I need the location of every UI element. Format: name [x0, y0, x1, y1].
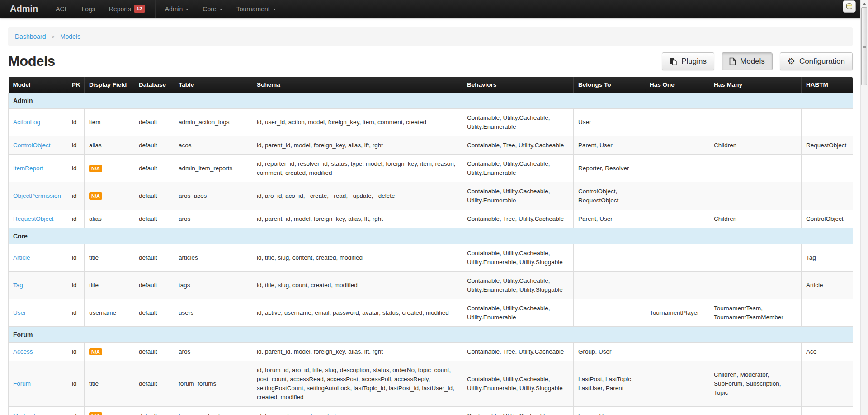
- cell-table: aros_acos: [174, 182, 252, 210]
- cell-pk: id: [67, 361, 85, 407]
- nav-item-acl[interactable]: ACL: [49, 0, 75, 18]
- scrollbar[interactable]: [860, 0, 868, 415]
- cell-belongs-to: ControlObject, RequestObject: [574, 182, 645, 210]
- cell-behaviors: Containable, Utility.Cacheable, Utility.…: [462, 361, 574, 407]
- cell-has-one: [645, 155, 709, 182]
- cell-behaviors: Containable, Utility.Cacheable, Utility.…: [462, 244, 574, 272]
- cell-habtm: Article: [802, 272, 853, 299]
- cell-display-field: N/A: [85, 407, 134, 415]
- cell-table: forum_forums: [174, 361, 252, 407]
- table-row: Articleidtitledefaultarticlesid, title, …: [9, 244, 853, 272]
- cell-has-one: [645, 109, 709, 136]
- model-link[interactable]: ObjectPermission: [13, 192, 61, 199]
- model-link[interactable]: Tag: [13, 282, 23, 289]
- table-row: AccessidN/Adefaultarosid, parent_id, mod…: [9, 343, 853, 361]
- reports-count-badge: 12: [134, 5, 145, 13]
- cell-model: Tag: [9, 272, 67, 299]
- nav-dropdown-core[interactable]: Core: [196, 0, 229, 18]
- cell-has-many: Children: [709, 136, 802, 155]
- cell-has-one: [645, 210, 709, 228]
- breadcrumb-link-dashboard[interactable]: Dashboard: [15, 33, 46, 40]
- scrollbar-grip-icon: [863, 45, 866, 48]
- cell-table: admin_item_reports: [174, 155, 252, 182]
- cell-behaviors: Containable, Tree, Utility.Cacheable: [462, 136, 574, 155]
- cell-belongs-to: User: [574, 109, 645, 136]
- cell-table: acos: [174, 136, 252, 155]
- cell-habtm: ControlObject: [802, 210, 853, 228]
- breadcrumb: Dashboard > Models: [8, 27, 853, 46]
- table-header: Model PK Display Field Database Table Sc…: [9, 77, 853, 93]
- section-header-row: Admin: [9, 93, 853, 109]
- model-link[interactable]: ControlObject: [13, 142, 51, 149]
- nav-dropdown-admin[interactable]: Admin: [158, 0, 196, 18]
- cell-pk: id: [67, 299, 85, 327]
- na-badge: N/A: [89, 412, 102, 415]
- breadcrumb-link-models[interactable]: Models: [60, 33, 80, 40]
- cell-habtm: RequestObject: [802, 136, 853, 155]
- cell-display-field: title: [85, 361, 134, 407]
- cell-has-many: [709, 109, 802, 136]
- table-row: Useridusernamedefaultusersid, active, us…: [9, 299, 853, 327]
- col-header-has-one: Has One: [645, 77, 709, 93]
- cell-has-one: TournamentPlayer: [645, 299, 709, 327]
- cell-behaviors: Containable, Utility.Cacheable, Utility.…: [462, 182, 574, 210]
- cell-behaviors: Containable, Tree, Utility.Cacheable: [462, 343, 574, 361]
- models-table-body: AdminActionLogiditemdefaultadmin_action_…: [9, 93, 853, 415]
- main-content: Dashboard > Models Models Plugins: [8, 27, 853, 415]
- cell-display-field: item: [85, 109, 134, 136]
- model-link[interactable]: Moderator: [13, 412, 41, 415]
- model-link[interactable]: User: [13, 309, 26, 316]
- cell-display-field: alias: [85, 136, 134, 155]
- breadcrumb-separator: >: [47, 33, 58, 40]
- nav-item-logs[interactable]: Logs: [75, 0, 102, 18]
- col-header-pk: PK: [67, 77, 85, 93]
- model-link[interactable]: Forum: [13, 380, 31, 387]
- section-header-label: Forum: [9, 327, 853, 343]
- cell-table: aros: [174, 343, 252, 361]
- cell-table: users: [174, 299, 252, 327]
- cell-schema: id, title, slug, count, created, modifie…: [252, 272, 462, 299]
- model-link[interactable]: ActionLog: [13, 119, 40, 126]
- plugins-button-label: Plugins: [681, 57, 707, 66]
- table-row: ItemReportidN/Adefaultadmin_item_reports…: [9, 155, 853, 182]
- cell-has-one: [645, 343, 709, 361]
- nav-item-reports[interactable]: Reports 12: [102, 0, 152, 18]
- configuration-button[interactable]: ⚙ Configuration: [780, 52, 853, 70]
- cell-has-many: [709, 155, 802, 182]
- model-link[interactable]: ItemReport: [13, 165, 43, 172]
- database-icon: [845, 3, 853, 10]
- table-row: ActionLogiditemdefaultadmin_action_logsi…: [9, 109, 853, 136]
- nav-dropdown-tournament[interactable]: Tournament: [230, 0, 283, 18]
- cell-behaviors: Containable, Utility.Cacheable, Utility.…: [462, 272, 574, 299]
- cell-pk: id: [67, 182, 85, 210]
- cell-model: Forum: [9, 361, 67, 407]
- cell-pk: id: [67, 136, 85, 155]
- cell-table: aros: [174, 210, 252, 228]
- cell-has-one: [645, 136, 709, 155]
- nav-dropdown-tournament-label: Tournament: [236, 5, 270, 13]
- cell-has-one: [645, 182, 709, 210]
- browser-extension-button[interactable]: [843, 0, 856, 13]
- cell-model: ControlObject: [9, 136, 67, 155]
- cell-behaviors: Containable, Tree, Utility.Cacheable: [462, 210, 574, 228]
- models-button-label: Models: [740, 57, 765, 66]
- col-header-habtm: HABTM: [802, 77, 853, 93]
- model-link[interactable]: Article: [13, 254, 30, 261]
- cell-schema: id, parent_id, model, foreign_key, alias…: [252, 136, 462, 155]
- model-link[interactable]: RequestObject: [13, 215, 53, 222]
- section-header-label: Core: [9, 228, 853, 244]
- configuration-button-label: Configuration: [799, 57, 845, 66]
- cell-model: User: [9, 299, 67, 327]
- plugins-button[interactable]: Plugins: [662, 52, 714, 70]
- model-link[interactable]: Access: [13, 348, 33, 355]
- cell-has-one: [645, 272, 709, 299]
- scrollbar-up-button[interactable]: [861, 0, 868, 7]
- cell-database: default: [134, 244, 174, 272]
- scrollbar-thumb[interactable]: [861, 7, 867, 85]
- cell-display-field: N/A: [85, 343, 134, 361]
- models-button[interactable]: Models: [722, 52, 773, 70]
- navbar-brand[interactable]: Admin: [10, 0, 49, 18]
- table-row: ControlObjectidaliasdefaultacosid, paren…: [9, 136, 853, 155]
- cell-database: default: [134, 210, 174, 228]
- cell-belongs-to: [574, 299, 645, 327]
